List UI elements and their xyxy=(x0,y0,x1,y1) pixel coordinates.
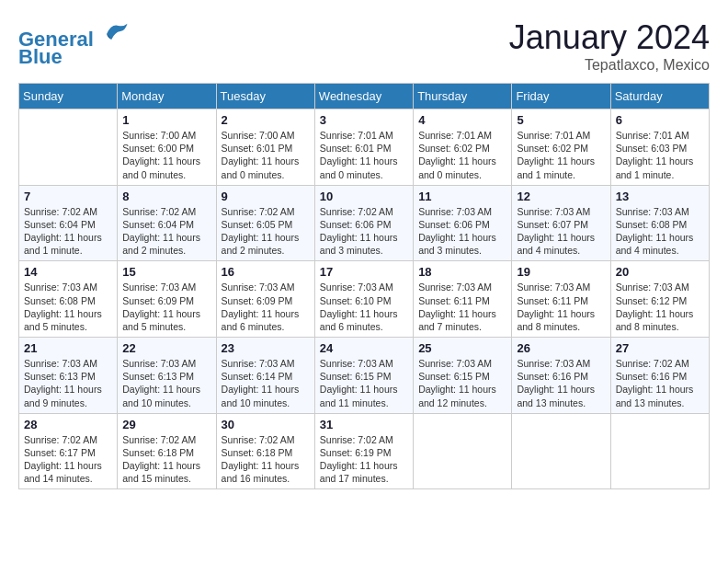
calendar-week-2: 7 Sunrise: 7:02 AM Sunset: 6:04 PM Dayli… xyxy=(19,185,710,261)
day-number: 30 xyxy=(222,418,310,431)
daylight-label: Daylight: 11 hours and 4 minutes. xyxy=(616,232,694,256)
sunrise-label: Sunrise: 7:02 AM xyxy=(222,434,295,445)
sunrise-label: Sunrise: 7:03 AM xyxy=(418,206,492,217)
sunrise-label: Sunrise: 7:03 AM xyxy=(320,282,393,293)
sunset-label: Sunset: 6:16 PM xyxy=(616,371,688,382)
sunset-label: Sunset: 6:15 PM xyxy=(418,371,490,382)
day-info: Sunrise: 7:02 AM Sunset: 6:17 PM Dayligh… xyxy=(24,433,112,486)
sunset-label: Sunset: 6:02 PM xyxy=(418,143,490,154)
sunset-label: Sunset: 6:18 PM xyxy=(222,447,293,458)
day-number: 16 xyxy=(222,265,310,279)
calendar-cell: 15 Sunrise: 7:03 AM Sunset: 6:09 PM Dayl… xyxy=(118,261,216,338)
calendar-cell: 8 Sunrise: 7:02 AM Sunset: 6:04 PM Dayli… xyxy=(118,185,216,261)
calendar-cell: 14 Sunrise: 7:03 AM Sunset: 6:08 PM Dayl… xyxy=(19,261,118,338)
sunrise-label: Sunrise: 7:01 AM xyxy=(517,130,590,141)
sunrise-label: Sunrise: 7:02 AM xyxy=(320,206,393,217)
sunset-label: Sunset: 6:04 PM xyxy=(122,219,194,230)
daylight-label: Daylight: 11 hours and 0 minutes. xyxy=(320,155,398,179)
sunset-label: Sunset: 6:16 PM xyxy=(517,371,588,382)
day-info: Sunrise: 7:02 AM Sunset: 6:04 PM Dayligh… xyxy=(24,205,112,258)
sunset-label: Sunset: 6:06 PM xyxy=(418,219,490,230)
daylight-label: Daylight: 11 hours and 13 minutes. xyxy=(616,384,694,408)
calendar-week-5: 28 Sunrise: 7:02 AM Sunset: 6:17 PM Dayl… xyxy=(19,413,710,489)
sunset-label: Sunset: 6:09 PM xyxy=(122,295,194,306)
sunrise-label: Sunrise: 7:03 AM xyxy=(24,358,97,369)
sunset-label: Sunset: 6:12 PM xyxy=(616,295,688,306)
sunrise-label: Sunrise: 7:02 AM xyxy=(122,434,196,445)
sunset-label: Sunset: 6:00 PM xyxy=(122,143,194,154)
day-number: 5 xyxy=(517,113,605,127)
sunrise-label: Sunrise: 7:02 AM xyxy=(222,206,295,217)
sunrise-label: Sunrise: 7:01 AM xyxy=(616,130,689,141)
day-info: Sunrise: 7:03 AM Sunset: 6:15 PM Dayligh… xyxy=(320,357,408,409)
daylight-label: Daylight: 11 hours and 9 minutes. xyxy=(24,384,102,408)
title-area: January 2024 Tepatlaxco, Mexico xyxy=(509,18,710,74)
day-info: Sunrise: 7:03 AM Sunset: 6:13 PM Dayligh… xyxy=(24,357,112,409)
logo-bird-icon xyxy=(101,18,129,46)
day-number: 31 xyxy=(320,418,408,431)
sunset-label: Sunset: 6:06 PM xyxy=(320,219,392,230)
daylight-label: Daylight: 11 hours and 12 minutes. xyxy=(418,384,496,408)
daylight-label: Daylight: 11 hours and 7 minutes. xyxy=(418,308,496,332)
day-info: Sunrise: 7:00 AM Sunset: 6:01 PM Dayligh… xyxy=(222,129,310,181)
daylight-label: Daylight: 11 hours and 2 minutes. xyxy=(222,232,300,256)
day-info: Sunrise: 7:02 AM Sunset: 6:19 PM Dayligh… xyxy=(320,433,408,486)
sunrise-label: Sunrise: 7:01 AM xyxy=(320,130,393,141)
calendar-cell: 17 Sunrise: 7:03 AM Sunset: 6:10 PM Dayl… xyxy=(314,261,413,338)
sunrise-label: Sunrise: 7:03 AM xyxy=(320,358,393,369)
day-info: Sunrise: 7:02 AM Sunset: 6:04 PM Dayligh… xyxy=(122,205,210,258)
daylight-label: Daylight: 11 hours and 0 minutes. xyxy=(122,155,200,179)
daylight-label: Daylight: 11 hours and 2 minutes. xyxy=(122,232,200,256)
day-number: 7 xyxy=(24,190,112,203)
calendar-cell: 28 Sunrise: 7:02 AM Sunset: 6:17 PM Dayl… xyxy=(19,413,118,489)
calendar-cell: 31 Sunrise: 7:02 AM Sunset: 6:19 PM Dayl… xyxy=(314,413,413,489)
sunrise-label: Sunrise: 7:03 AM xyxy=(122,358,196,369)
sunset-label: Sunset: 6:03 PM xyxy=(616,143,688,154)
day-number: 15 xyxy=(122,265,210,279)
calendar-cell: 29 Sunrise: 7:02 AM Sunset: 6:18 PM Dayl… xyxy=(118,413,216,489)
day-number: 27 xyxy=(616,341,704,355)
day-header-monday: Monday xyxy=(118,84,216,109)
daylight-label: Daylight: 11 hours and 5 minutes. xyxy=(122,308,200,332)
month-title: January 2024 xyxy=(509,18,710,57)
calendar-table: SundayMondayTuesdayWednesdayThursdayFrid… xyxy=(18,83,710,489)
daylight-label: Daylight: 11 hours and 10 minutes. xyxy=(122,384,200,408)
sunset-label: Sunset: 6:13 PM xyxy=(24,371,96,382)
sunset-label: Sunset: 6:13 PM xyxy=(122,371,194,382)
calendar-week-3: 14 Sunrise: 7:03 AM Sunset: 6:08 PM Dayl… xyxy=(19,261,710,338)
logo: General Blue xyxy=(18,18,129,69)
day-header-tuesday: Tuesday xyxy=(216,84,314,109)
calendar-cell: 3 Sunrise: 7:01 AM Sunset: 6:01 PM Dayli… xyxy=(314,109,413,186)
day-number: 26 xyxy=(517,341,605,355)
day-info: Sunrise: 7:03 AM Sunset: 6:07 PM Dayligh… xyxy=(517,205,605,258)
day-header-thursday: Thursday xyxy=(414,84,512,109)
sunrise-label: Sunrise: 7:00 AM xyxy=(122,130,196,141)
day-info: Sunrise: 7:01 AM Sunset: 6:01 PM Dayligh… xyxy=(320,129,408,181)
calendar-cell: 21 Sunrise: 7:03 AM Sunset: 6:13 PM Dayl… xyxy=(19,338,118,414)
daylight-label: Daylight: 11 hours and 13 minutes. xyxy=(517,384,595,408)
day-header-sunday: Sunday xyxy=(19,84,118,109)
daylight-label: Daylight: 11 hours and 1 minute. xyxy=(517,155,595,179)
calendar-cell xyxy=(414,413,512,489)
day-number: 13 xyxy=(616,190,704,203)
day-info: Sunrise: 7:00 AM Sunset: 6:00 PM Dayligh… xyxy=(122,129,210,181)
daylight-label: Daylight: 11 hours and 4 minutes. xyxy=(517,232,595,256)
calendar-week-4: 21 Sunrise: 7:03 AM Sunset: 6:13 PM Dayl… xyxy=(19,338,710,414)
day-number: 29 xyxy=(122,418,210,431)
calendar-cell: 20 Sunrise: 7:03 AM Sunset: 6:12 PM Dayl… xyxy=(610,261,709,338)
day-number: 3 xyxy=(320,113,408,127)
day-info: Sunrise: 7:03 AM Sunset: 6:09 PM Dayligh… xyxy=(222,281,310,333)
sunset-label: Sunset: 6:08 PM xyxy=(24,295,96,306)
daylight-label: Daylight: 11 hours and 14 minutes. xyxy=(24,460,102,484)
daylight-label: Daylight: 11 hours and 3 minutes. xyxy=(418,232,496,256)
day-number: 8 xyxy=(122,190,210,203)
calendar-cell: 26 Sunrise: 7:03 AM Sunset: 6:16 PM Dayl… xyxy=(512,338,610,414)
day-number: 1 xyxy=(122,113,210,127)
day-number: 23 xyxy=(222,341,310,355)
calendar-cell: 25 Sunrise: 7:03 AM Sunset: 6:15 PM Dayl… xyxy=(414,338,512,414)
calendar-cell: 13 Sunrise: 7:03 AM Sunset: 6:08 PM Dayl… xyxy=(610,185,709,261)
day-number: 14 xyxy=(24,265,112,279)
sunrise-label: Sunrise: 7:03 AM xyxy=(24,282,97,293)
calendar-cell xyxy=(610,413,709,489)
daylight-label: Daylight: 11 hours and 15 minutes. xyxy=(122,460,200,484)
